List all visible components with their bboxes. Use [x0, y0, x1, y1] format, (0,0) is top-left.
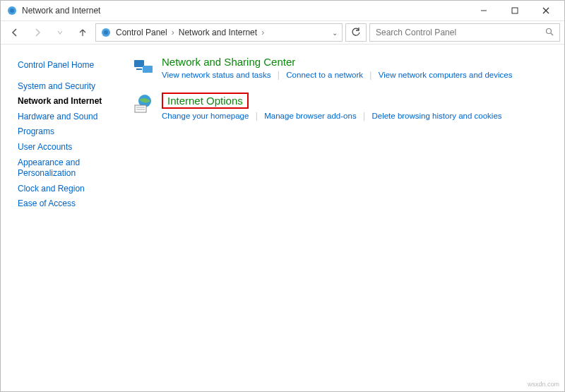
svg-rect-14	[135, 105, 146, 112]
address-bar[interactable]: Control Panel › Network and Internet › ⌄	[95, 23, 343, 42]
sidebar-item-ease-access[interactable]: Ease of Access	[18, 198, 115, 210]
sidebar-item-appearance[interactable]: Appearance and Personalization	[18, 158, 115, 179]
watermark: wsxdn.com	[528, 381, 559, 388]
sidebar-item-clock-region[interactable]: Clock and Region	[18, 184, 115, 195]
svg-rect-10	[134, 60, 144, 67]
svg-rect-11	[143, 66, 153, 73]
internet-options-icon	[132, 93, 155, 115]
task-link[interactable]: Connect to a network	[286, 71, 363, 79]
sidebar-item-hardware-sound[interactable]: Hardware and Sound	[18, 112, 115, 123]
category-internet-options: Internet Options Change your homepage | …	[132, 93, 553, 121]
titlebar: Network and Internet	[1, 1, 564, 20]
chevron-down-icon[interactable]: ⌄	[332, 29, 338, 37]
sidebar-item-user-accounts[interactable]: User Accounts	[18, 142, 115, 153]
content-pane: Network and Sharing Center View network …	[121, 44, 564, 391]
task-link[interactable]: Manage browser add-ons	[264, 112, 356, 120]
svg-point-8	[547, 28, 552, 33]
category-title-link[interactable]: Internet Options	[162, 93, 249, 109]
task-link[interactable]: View network status and tasks	[162, 71, 270, 79]
chevron-right-icon: ›	[261, 28, 264, 37]
search-icon	[545, 28, 554, 38]
control-panel-icon	[100, 27, 112, 38]
sidebar-home[interactable]: Control Panel Home	[18, 60, 115, 71]
task-link[interactable]: Change your homepage	[162, 112, 249, 120]
sidebar-item-network-internet[interactable]: Network and Internet	[18, 96, 115, 107]
toolbar: Control Panel › Network and Internet › ⌄…	[1, 20, 564, 44]
up-button[interactable]	[73, 23, 93, 42]
minimize-button[interactable]	[468, 1, 499, 20]
network-sharing-icon	[132, 56, 155, 78]
svg-point-7	[104, 30, 108, 35]
sidebar-item-programs[interactable]: Programs	[18, 126, 115, 138]
task-link[interactable]: View network computers and devices	[379, 71, 513, 79]
refresh-button[interactable]	[345, 23, 367, 42]
svg-point-1	[10, 8, 14, 13]
control-panel-icon	[6, 5, 18, 16]
sidebar: Control Panel Home System and Security N…	[1, 44, 121, 391]
svg-rect-3	[512, 8, 518, 13]
recent-dropdown[interactable]	[50, 23, 70, 42]
svg-line-9	[551, 33, 553, 35]
window-title: Network and Internet	[22, 6, 100, 16]
back-button[interactable]	[5, 23, 25, 42]
search-placeholder: Search Control Panel	[376, 28, 456, 37]
breadcrumb-current[interactable]: Network and Internet	[179, 28, 257, 37]
svg-rect-12	[136, 69, 142, 70]
chevron-right-icon: ›	[172, 28, 174, 37]
close-button[interactable]	[530, 1, 561, 20]
task-link[interactable]: Delete browsing history and cookies	[371, 112, 501, 120]
category-title-link[interactable]: Network and Sharing Center	[162, 56, 295, 68]
sidebar-item-system-security[interactable]: System and Security	[18, 81, 115, 93]
search-input[interactable]: Search Control Panel	[369, 23, 560, 42]
forward-button[interactable]	[28, 23, 47, 42]
category-network-sharing: Network and Sharing Center View network …	[132, 56, 553, 80]
maximize-button[interactable]	[499, 1, 530, 20]
breadcrumb-root[interactable]: Control Panel	[116, 28, 167, 37]
